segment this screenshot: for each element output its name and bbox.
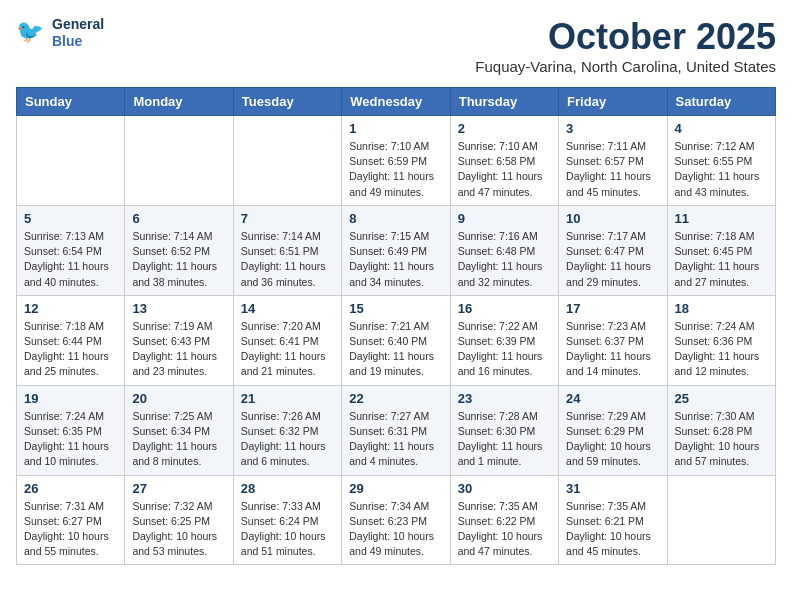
calendar-cell: 16Sunrise: 7:22 AM Sunset: 6:39 PM Dayli…	[450, 295, 558, 385]
calendar-cell: 18Sunrise: 7:24 AM Sunset: 6:36 PM Dayli…	[667, 295, 775, 385]
calendar-cell: 28Sunrise: 7:33 AM Sunset: 6:24 PM Dayli…	[233, 475, 341, 565]
day-info: Sunrise: 7:30 AM Sunset: 6:28 PM Dayligh…	[675, 409, 768, 470]
calendar-cell: 3Sunrise: 7:11 AM Sunset: 6:57 PM Daylig…	[559, 116, 667, 206]
day-number: 25	[675, 391, 768, 406]
day-number: 16	[458, 301, 551, 316]
day-info: Sunrise: 7:33 AM Sunset: 6:24 PM Dayligh…	[241, 499, 334, 560]
calendar-cell: 12Sunrise: 7:18 AM Sunset: 6:44 PM Dayli…	[17, 295, 125, 385]
day-number: 8	[349, 211, 442, 226]
day-info: Sunrise: 7:31 AM Sunset: 6:27 PM Dayligh…	[24, 499, 117, 560]
calendar-cell	[125, 116, 233, 206]
day-info: Sunrise: 7:15 AM Sunset: 6:49 PM Dayligh…	[349, 229, 442, 290]
calendar-cell: 24Sunrise: 7:29 AM Sunset: 6:29 PM Dayli…	[559, 385, 667, 475]
day-info: Sunrise: 7:20 AM Sunset: 6:41 PM Dayligh…	[241, 319, 334, 380]
day-number: 26	[24, 481, 117, 496]
day-number: 17	[566, 301, 659, 316]
day-info: Sunrise: 7:17 AM Sunset: 6:47 PM Dayligh…	[566, 229, 659, 290]
day-number: 29	[349, 481, 442, 496]
day-info: Sunrise: 7:13 AM Sunset: 6:54 PM Dayligh…	[24, 229, 117, 290]
weekday-header-thursday: Thursday	[450, 88, 558, 116]
calendar-cell: 15Sunrise: 7:21 AM Sunset: 6:40 PM Dayli…	[342, 295, 450, 385]
day-info: Sunrise: 7:10 AM Sunset: 6:58 PM Dayligh…	[458, 139, 551, 200]
day-number: 21	[241, 391, 334, 406]
location: Fuquay-Varina, North Carolina, United St…	[475, 58, 776, 75]
calendar-cell: 21Sunrise: 7:26 AM Sunset: 6:32 PM Dayli…	[233, 385, 341, 475]
weekday-header-saturday: Saturday	[667, 88, 775, 116]
day-info: Sunrise: 7:18 AM Sunset: 6:44 PM Dayligh…	[24, 319, 117, 380]
calendar-cell: 17Sunrise: 7:23 AM Sunset: 6:37 PM Dayli…	[559, 295, 667, 385]
day-number: 1	[349, 121, 442, 136]
calendar-cell: 25Sunrise: 7:30 AM Sunset: 6:28 PM Dayli…	[667, 385, 775, 475]
day-info: Sunrise: 7:24 AM Sunset: 6:36 PM Dayligh…	[675, 319, 768, 380]
calendar-cell: 6Sunrise: 7:14 AM Sunset: 6:52 PM Daylig…	[125, 205, 233, 295]
calendar-cell: 2Sunrise: 7:10 AM Sunset: 6:58 PM Daylig…	[450, 116, 558, 206]
calendar-week-row: 5Sunrise: 7:13 AM Sunset: 6:54 PM Daylig…	[17, 205, 776, 295]
calendar-week-row: 1Sunrise: 7:10 AM Sunset: 6:59 PM Daylig…	[17, 116, 776, 206]
weekday-header-friday: Friday	[559, 88, 667, 116]
calendar-week-row: 26Sunrise: 7:31 AM Sunset: 6:27 PM Dayli…	[17, 475, 776, 565]
calendar-cell: 11Sunrise: 7:18 AM Sunset: 6:45 PM Dayli…	[667, 205, 775, 295]
day-number: 19	[24, 391, 117, 406]
calendar-cell	[667, 475, 775, 565]
calendar-cell: 5Sunrise: 7:13 AM Sunset: 6:54 PM Daylig…	[17, 205, 125, 295]
calendar-cell: 1Sunrise: 7:10 AM Sunset: 6:59 PM Daylig…	[342, 116, 450, 206]
day-info: Sunrise: 7:14 AM Sunset: 6:51 PM Dayligh…	[241, 229, 334, 290]
calendar-cell: 7Sunrise: 7:14 AM Sunset: 6:51 PM Daylig…	[233, 205, 341, 295]
calendar-cell: 22Sunrise: 7:27 AM Sunset: 6:31 PM Dayli…	[342, 385, 450, 475]
day-number: 11	[675, 211, 768, 226]
day-info: Sunrise: 7:11 AM Sunset: 6:57 PM Dayligh…	[566, 139, 659, 200]
day-number: 2	[458, 121, 551, 136]
day-number: 7	[241, 211, 334, 226]
day-info: Sunrise: 7:22 AM Sunset: 6:39 PM Dayligh…	[458, 319, 551, 380]
day-info: Sunrise: 7:19 AM Sunset: 6:43 PM Dayligh…	[132, 319, 225, 380]
calendar-cell: 23Sunrise: 7:28 AM Sunset: 6:30 PM Dayli…	[450, 385, 558, 475]
calendar-cell: 19Sunrise: 7:24 AM Sunset: 6:35 PM Dayli…	[17, 385, 125, 475]
calendar-week-row: 12Sunrise: 7:18 AM Sunset: 6:44 PM Dayli…	[17, 295, 776, 385]
title-block: October 2025 Fuquay-Varina, North Caroli…	[475, 16, 776, 75]
day-info: Sunrise: 7:23 AM Sunset: 6:37 PM Dayligh…	[566, 319, 659, 380]
calendar-cell	[17, 116, 125, 206]
month-title: October 2025	[475, 16, 776, 58]
day-info: Sunrise: 7:16 AM Sunset: 6:48 PM Dayligh…	[458, 229, 551, 290]
day-info: Sunrise: 7:21 AM Sunset: 6:40 PM Dayligh…	[349, 319, 442, 380]
day-number: 9	[458, 211, 551, 226]
weekday-header-sunday: Sunday	[17, 88, 125, 116]
day-number: 18	[675, 301, 768, 316]
calendar-cell: 26Sunrise: 7:31 AM Sunset: 6:27 PM Dayli…	[17, 475, 125, 565]
day-number: 27	[132, 481, 225, 496]
day-number: 10	[566, 211, 659, 226]
svg-text:🐦: 🐦	[16, 18, 44, 45]
calendar-cell: 29Sunrise: 7:34 AM Sunset: 6:23 PM Dayli…	[342, 475, 450, 565]
calendar-cell: 20Sunrise: 7:25 AM Sunset: 6:34 PM Dayli…	[125, 385, 233, 475]
day-number: 12	[24, 301, 117, 316]
day-number: 20	[132, 391, 225, 406]
day-info: Sunrise: 7:34 AM Sunset: 6:23 PM Dayligh…	[349, 499, 442, 560]
day-info: Sunrise: 7:28 AM Sunset: 6:30 PM Dayligh…	[458, 409, 551, 470]
day-number: 30	[458, 481, 551, 496]
calendar-cell: 14Sunrise: 7:20 AM Sunset: 6:41 PM Dayli…	[233, 295, 341, 385]
day-info: Sunrise: 7:24 AM Sunset: 6:35 PM Dayligh…	[24, 409, 117, 470]
logo-icon: 🐦	[16, 17, 48, 49]
weekday-header-wednesday: Wednesday	[342, 88, 450, 116]
day-number: 28	[241, 481, 334, 496]
day-number: 14	[241, 301, 334, 316]
day-number: 31	[566, 481, 659, 496]
weekday-header-tuesday: Tuesday	[233, 88, 341, 116]
calendar-cell: 8Sunrise: 7:15 AM Sunset: 6:49 PM Daylig…	[342, 205, 450, 295]
calendar-cell: 13Sunrise: 7:19 AM Sunset: 6:43 PM Dayli…	[125, 295, 233, 385]
day-number: 6	[132, 211, 225, 226]
day-info: Sunrise: 7:29 AM Sunset: 6:29 PM Dayligh…	[566, 409, 659, 470]
calendar-cell: 10Sunrise: 7:17 AM Sunset: 6:47 PM Dayli…	[559, 205, 667, 295]
weekday-header-row: SundayMondayTuesdayWednesdayThursdayFrid…	[17, 88, 776, 116]
calendar-table: SundayMondayTuesdayWednesdayThursdayFrid…	[16, 87, 776, 565]
page-header: 🐦 General Blue October 2025 Fuquay-Varin…	[16, 16, 776, 75]
day-info: Sunrise: 7:14 AM Sunset: 6:52 PM Dayligh…	[132, 229, 225, 290]
day-info: Sunrise: 7:32 AM Sunset: 6:25 PM Dayligh…	[132, 499, 225, 560]
calendar-cell: 31Sunrise: 7:35 AM Sunset: 6:21 PM Dayli…	[559, 475, 667, 565]
calendar-cell: 9Sunrise: 7:16 AM Sunset: 6:48 PM Daylig…	[450, 205, 558, 295]
logo-text: General Blue	[52, 16, 104, 50]
calendar-cell	[233, 116, 341, 206]
calendar-cell: 27Sunrise: 7:32 AM Sunset: 6:25 PM Dayli…	[125, 475, 233, 565]
day-info: Sunrise: 7:35 AM Sunset: 6:21 PM Dayligh…	[566, 499, 659, 560]
day-info: Sunrise: 7:26 AM Sunset: 6:32 PM Dayligh…	[241, 409, 334, 470]
